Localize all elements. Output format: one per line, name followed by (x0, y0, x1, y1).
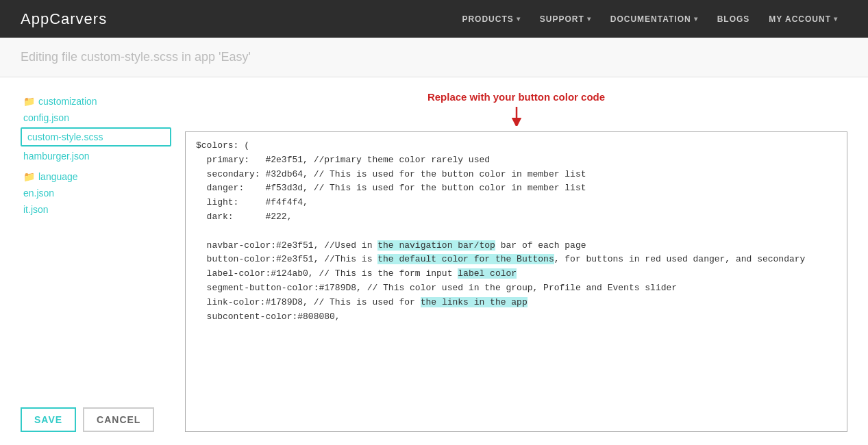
brand-title: AppCarvers (21, 10, 107, 28)
documentation-chevron-icon: ▾ (694, 15, 698, 23)
table-row: danger: #f53d3d, // This is used for the… (196, 181, 836, 196)
save-button[interactable]: SAVE (21, 407, 76, 432)
table-row: subcontent-color:#808080, (196, 310, 836, 325)
cancel-button[interactable]: CANCEL (83, 407, 154, 432)
sidebar-item-language[interactable]: 📁 language (21, 170, 171, 183)
table-row: button-color:#2e3f51, //This is the defa… (196, 253, 836, 267)
hint-wrapper: Replace with your button color code (185, 91, 847, 126)
folder-icon: 📁 (23, 96, 35, 107)
nav-blogs[interactable]: BLOGS (708, 14, 760, 24)
sidebar-buttons: SAVE CANCEL (21, 394, 171, 432)
sidebar-item-config-json[interactable]: config.json (21, 111, 171, 125)
navbar: AppCarvers PRODUCTS ▾ SUPPORT ▾ DOCUMENT… (0, 0, 868, 38)
my-account-chevron-icon: ▾ (834, 15, 838, 23)
sidebar-item-it-json[interactable]: it.json (21, 203, 171, 216)
table-row: secondary: #32db64, // This is used for … (196, 168, 836, 182)
support-chevron-icon: ▾ (587, 15, 591, 23)
sidebar: 📁 customization config.json custom-style… (21, 91, 171, 432)
nav-products[interactable]: PRODUCTS ▾ (452, 14, 530, 24)
table-row: light: #f4f4f4, (196, 196, 836, 210)
main-content: 📁 customization config.json custom-style… (0, 77, 868, 445)
hint-arrow-icon (503, 105, 530, 126)
sidebar-item-hamburger-json[interactable]: hamburger.json (21, 149, 171, 163)
products-chevron-icon: ▾ (517, 15, 521, 23)
folder-icon-2: 📁 (23, 171, 35, 182)
table-row: dark: #222, (196, 210, 836, 225)
table-row: label-color:#124ab0, // This is the form… (196, 267, 836, 281)
nav-my-account[interactable]: MY ACCOUNT ▾ (759, 14, 847, 24)
table-row: $colors: ( (196, 139, 836, 153)
sidebar-item-customization[interactable]: 📁 customization (21, 94, 171, 108)
table-row: link-color:#1789D8, // This is used for … (196, 296, 836, 310)
table-row: primary: #2e3f51, //primary theme color … (196, 153, 836, 168)
sidebar-item-en-json[interactable]: en.json (21, 186, 171, 200)
nav-documentation[interactable]: DOCUMENTATION ▾ (601, 14, 708, 24)
table-row: navbar-color:#2e3f51, //Used in the navi… (196, 239, 836, 253)
hint-label: Replace with your button color code (427, 91, 605, 103)
editor-container: Replace with your button color code $col… (185, 91, 847, 432)
nav-support[interactable]: SUPPORT ▾ (530, 14, 601, 24)
page-header-text: Editing file custom-style.scss in app 'E… (21, 50, 251, 64)
code-editor[interactable]: $colors: ( primary: #2e3f51, //primary t… (185, 131, 847, 432)
sidebar-item-custom-style-scss[interactable]: custom-style.scss (21, 127, 171, 147)
table-row (196, 225, 836, 239)
page-header: Editing file custom-style.scss in app 'E… (0, 38, 868, 77)
nav-links: PRODUCTS ▾ SUPPORT ▾ DOCUMENTATION ▾ BLO… (452, 14, 847, 24)
table-row: segment-button-color:#1789D8, // This co… (196, 281, 836, 296)
